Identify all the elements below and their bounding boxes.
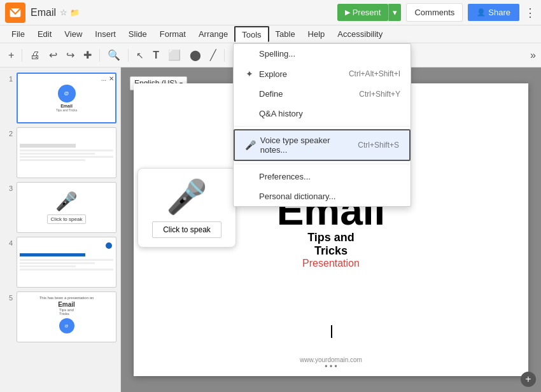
- slide-num-2: 2: [4, 130, 13, 137]
- slide-subtitle1: Tips and: [307, 231, 355, 244]
- cursor-line: [331, 325, 332, 338]
- slide-image-2[interactable]: [17, 127, 116, 178]
- slide-num-4: 4: [4, 239, 13, 247]
- qa-history-label: Q&A history: [259, 109, 303, 118]
- menu-help[interactable]: Help: [302, 27, 332, 41]
- menu-accessibility[interactable]: Accessibility: [331, 27, 389, 41]
- toolbar-redo-button[interactable]: ↪: [63, 46, 78, 64]
- title-star-icon[interactable]: ☆: [60, 8, 67, 17]
- dropdown-explore[interactable]: ✦ Explore Ctrl+Alt+Shift+I: [234, 64, 411, 84]
- toolbar-sep-3: [128, 49, 129, 62]
- slide-subtitle2: Tricks: [314, 244, 348, 258]
- menu-arrange[interactable]: Arrange: [192, 27, 234, 41]
- toolbar-cursor-button[interactable]: ↖: [133, 48, 147, 63]
- slide-bottom-dots: • • •: [325, 362, 337, 371]
- tools-dropdown-menu: Spelling... ✦ Explore Ctrl+Alt+Shift+I D…: [233, 43, 411, 207]
- slide-presentation-label: Presentation: [302, 258, 360, 269]
- slide1-subtitle-mini: Tips and Tricks: [56, 108, 77, 112]
- explore-shortcut: Ctrl+Alt+Shift+I: [349, 69, 400, 78]
- present-button[interactable]: ▶ Present: [337, 4, 389, 21]
- click-to-speak-mini: Click to speak: [47, 214, 87, 224]
- slide5-tagline: This has been a presentation on: [39, 296, 94, 300]
- explore-label: Explore: [259, 69, 287, 79]
- menu-format[interactable]: Format: [153, 27, 192, 41]
- toolbar-sep-4: [224, 49, 225, 62]
- menu-file[interactable]: File: [5, 27, 31, 41]
- slide-num-1: 1: [4, 75, 13, 83]
- microphone-icon: 🎤: [166, 178, 207, 216]
- define-shortcut: Ctrl+Shift+Y: [359, 90, 400, 99]
- toolbar-text-button[interactable]: T: [150, 47, 162, 64]
- toolbar-image-button[interactable]: ⬜: [165, 46, 184, 64]
- present-dropdown-button[interactable]: ▾: [388, 4, 401, 21]
- slide1-content: @ Email Tips and Tricks: [53, 82, 80, 115]
- dropdown-separator-2: [234, 164, 411, 164]
- slide5-subtitle-mini: Tips andTricks: [59, 308, 74, 316]
- voice-type-popup: 🎤 Click to speak: [137, 168, 236, 248]
- header-right: ▶ Present ▾ Comments 👤Share ⋮: [337, 3, 536, 22]
- slide1-title-mini: Email: [56, 104, 77, 108]
- toolbar-line-button[interactable]: ╱: [207, 46, 220, 64]
- toolbar-print-button[interactable]: 🖨: [27, 47, 43, 64]
- slide-num-5: 5: [4, 294, 13, 302]
- slide-num-3: 3: [4, 185, 13, 192]
- personal-dict-label: Personal dictionary...: [259, 192, 335, 201]
- menu-slide[interactable]: Slide: [122, 27, 153, 41]
- slide1-ellipsis[interactable]: ...: [101, 75, 106, 82]
- dropdown-separator-1: [234, 126, 411, 127]
- slide-thumb-4: 4: [4, 237, 116, 288]
- slide-panel: 1 ... ✕ @ Email Tips and Tricks 2: [0, 67, 121, 392]
- toolbar-more-right[interactable]: »: [530, 50, 536, 61]
- dropdown-define[interactable]: Define Ctrl+Shift+Y: [234, 84, 411, 104]
- slide-image-4[interactable]: [17, 237, 116, 288]
- slide-thumb-2: 2: [4, 127, 116, 178]
- slide-thumb-1: 1 ... ✕ @ Email Tips and Tricks: [4, 73, 116, 123]
- dropdown-spelling[interactable]: Spelling...: [234, 44, 411, 64]
- menu-tools[interactable]: Tools: [234, 26, 269, 42]
- toolbar-shape-button[interactable]: ⬤: [186, 46, 204, 64]
- comments-button[interactable]: Comments: [406, 3, 463, 22]
- slide1-close-icon[interactable]: ✕: [109, 75, 114, 82]
- define-label: Define: [259, 89, 283, 99]
- menu-bar: File Edit View Insert Slide Format Arran…: [0, 25, 541, 43]
- slide-image-5[interactable]: This has been a presentation on Email Ti…: [17, 291, 116, 342]
- slide-image-1[interactable]: ... ✕ @ Email Tips and Tricks: [17, 73, 116, 123]
- toolbar-sep-2: [99, 49, 100, 62]
- menu-edit[interactable]: Edit: [31, 27, 58, 41]
- dropdown-preferences[interactable]: Preferences...: [234, 167, 411, 186]
- preferences-label: Preferences...: [259, 172, 311, 181]
- dropdown-qa-history[interactable]: Q&A history: [234, 104, 411, 123]
- toolbar-undo-button[interactable]: ↩: [46, 46, 60, 64]
- menu-insert[interactable]: Insert: [88, 27, 122, 41]
- slide-thumb-5: 5 This has been a presentation on Email …: [4, 291, 116, 342]
- voice-type-shortcut: Ctrl+Shift+S: [358, 141, 399, 150]
- toolbar-add-button[interactable]: +: [5, 47, 17, 64]
- document-title: Email: [31, 7, 56, 18]
- voice-type-label: Voice type speaker notes...: [260, 136, 358, 155]
- slide1-controls: ... ✕: [101, 75, 114, 82]
- slide5-title-mini: Email: [58, 301, 75, 308]
- explore-icon: ✦: [244, 69, 255, 79]
- slide-thumb-3: 3 🎤 Click to speak: [4, 182, 116, 233]
- zoom-in-button[interactable]: +: [521, 372, 536, 387]
- slide-image-3[interactable]: 🎤 Click to speak: [17, 182, 116, 233]
- click-to-speak-button[interactable]: Click to speak: [152, 221, 221, 238]
- toolbar-zoom-button[interactable]: 🔍: [104, 46, 123, 64]
- toolbar-sep-1: [22, 49, 22, 62]
- top-bar: Email ☆ 📁 ▶ Present ▾ Comments 👤Share ⋮: [0, 0, 541, 25]
- toolbar-insert-button[interactable]: ✚: [80, 46, 95, 64]
- dropdown-personal-dict[interactable]: Personal dictionary...: [234, 186, 411, 206]
- title-folder-icon[interactable]: 📁: [70, 8, 80, 17]
- app-icon: [5, 3, 25, 23]
- voice-type-icon: 🎤: [245, 140, 256, 150]
- kebab-menu-button[interactable]: ⋮: [524, 6, 536, 20]
- spelling-label: Spelling...: [259, 49, 295, 59]
- menu-table[interactable]: Table: [269, 27, 302, 41]
- menu-view[interactable]: View: [58, 27, 88, 41]
- share-button[interactable]: 👤Share: [468, 4, 519, 21]
- dropdown-voice-type[interactable]: 🎤 Voice type speaker notes... Ctrl+Shift…: [234, 129, 411, 161]
